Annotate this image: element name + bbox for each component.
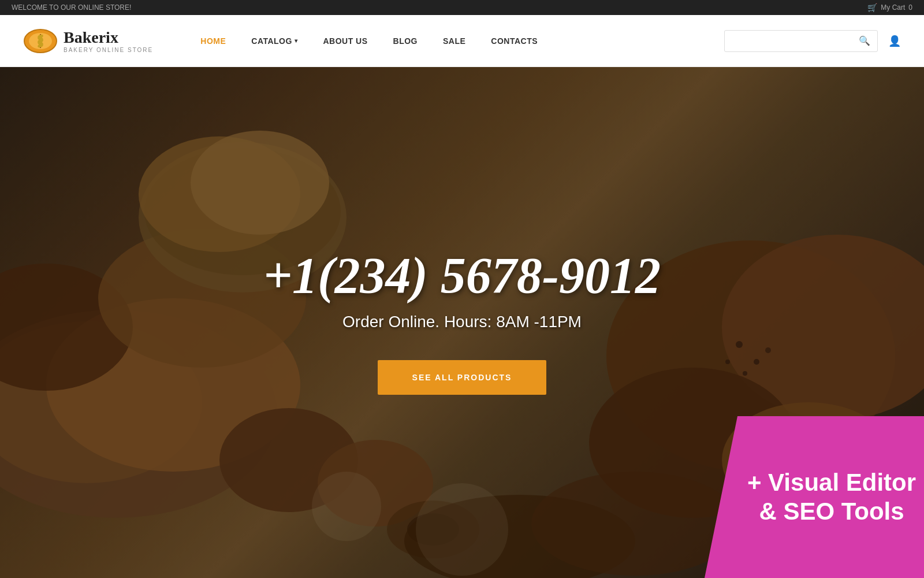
chevron-down-icon: ▾ bbox=[295, 38, 298, 44]
logo-area[interactable]: Bakerix BAKERY ONLINE STORE bbox=[23, 24, 153, 58]
cart-count: 0 bbox=[908, 3, 912, 12]
visual-editor-badge: + Visual Editor & SEO Tools bbox=[705, 416, 924, 578]
see-all-products-button[interactable]: SEE ALL PRODUCTS bbox=[378, 360, 547, 395]
top-bar-right: 🛒 My Cart 0 bbox=[867, 3, 912, 12]
hero-subtitle: Order Online. Hours: 8AM -11PM bbox=[263, 313, 661, 331]
header-right: 🔍 👤 bbox=[724, 30, 901, 52]
search-input[interactable] bbox=[725, 36, 852, 45]
welcome-message: WELCOME TO OUR ONLINE STORE! bbox=[12, 3, 131, 12]
nav-item-contacts[interactable]: CONTACTS bbox=[478, 15, 550, 67]
nav-item-blog[interactable]: BLOG bbox=[381, 15, 430, 67]
user-account-button[interactable]: 👤 bbox=[888, 35, 901, 47]
logo-brand: Bakerix bbox=[64, 28, 153, 47]
header: Bakerix BAKERY ONLINE STORE HOME CATALOG… bbox=[0, 15, 924, 67]
search-button[interactable]: 🔍 bbox=[852, 30, 877, 52]
cart-icon: 🛒 bbox=[867, 3, 877, 12]
search-box: 🔍 bbox=[724, 30, 878, 52]
cart-label: My Cart bbox=[881, 3, 905, 12]
top-bar: WELCOME TO OUR ONLINE STORE! 🛒 My Cart 0 bbox=[0, 0, 924, 15]
nav-item-catalog[interactable]: CATALOG ▾ bbox=[239, 15, 310, 67]
nav-item-sale[interactable]: SALE bbox=[430, 15, 478, 67]
logo-icon bbox=[23, 24, 58, 58]
logo-text: Bakerix BAKERY ONLINE STORE bbox=[64, 28, 153, 53]
main-nav: HOME CATALOG ▾ ABOUT US BLOG SALE CONTAC… bbox=[188, 15, 724, 67]
badge-text: + Visual Editor & SEO Tools bbox=[747, 468, 916, 527]
nav-item-about[interactable]: ABOUT US bbox=[310, 15, 380, 67]
logo-tagline: BAKERY ONLINE STORE bbox=[64, 47, 153, 53]
hero-phone: +1(234) 5678-9012 bbox=[263, 250, 661, 301]
hero-content: +1(234) 5678-9012 Order Online. Hours: 8… bbox=[263, 250, 661, 395]
nav-item-home[interactable]: HOME bbox=[188, 15, 239, 67]
hero-section: +1(234) 5678-9012 Order Online. Hours: 8… bbox=[0, 67, 924, 578]
